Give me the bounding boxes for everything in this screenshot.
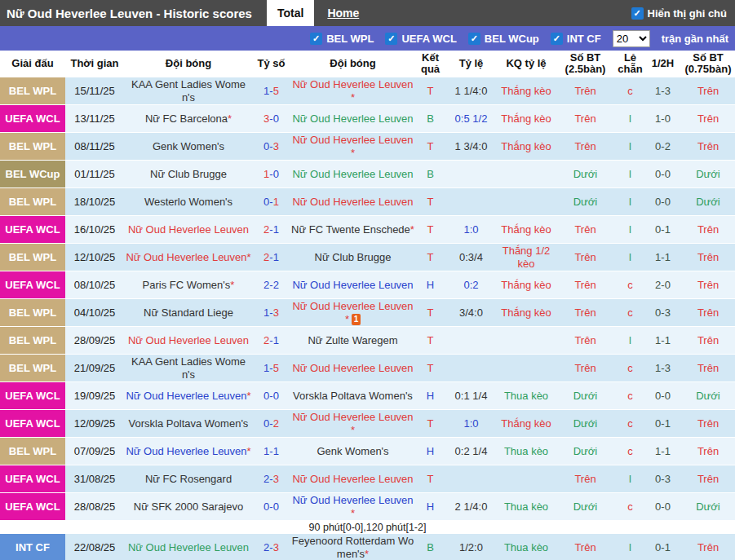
away-team: Nữ Oud Heverlee Leuven <box>290 362 416 375</box>
league-badge: UEFA WCL <box>0 465 65 492</box>
team-name: Nữ Oud Heverlee Leuven <box>128 223 249 236</box>
league-badge: UEFA WCL <box>0 410 65 437</box>
checkbox-check-icon[interactable]: ✓ <box>631 7 644 20</box>
tab-home[interactable]: Home <box>322 0 364 26</box>
match-date: 07/09/25 <box>65 445 124 458</box>
table-row[interactable]: BEL WPL15/11/25KAA Gent Ladies Women's1-… <box>0 77 735 105</box>
match-date: 18/10/25 <box>65 196 124 209</box>
half-time-score: 0-0 <box>644 196 681 209</box>
table-row[interactable]: BEL WPL28/09/25Nữ Oud Heverlee Leuven2-1… <box>0 327 735 355</box>
score: 1-5 <box>253 85 290 98</box>
checkbox-check-icon[interactable]: ✓ <box>385 33 397 45</box>
league-badge: BEL WPL <box>0 188 65 215</box>
result-letter: H <box>416 390 445 403</box>
table-row[interactable]: BEL WPL04/10/25Nữ Standard Liege1-3Nữ Ou… <box>0 299 735 327</box>
league-filter-int-cf[interactable]: ✓ INT CF <box>551 33 601 45</box>
checkbox-check-icon[interactable]: ✓ <box>551 33 563 45</box>
league-badge: BEL WPL <box>0 244 65 271</box>
team-name: Nữ Oud Heverlee Leuven <box>292 494 413 506</box>
league-badge: BEL WPL <box>0 438 65 465</box>
red-card-badge: 1 <box>352 314 361 325</box>
away-team: Nữ Oud Heverlee Leuven* <box>290 134 416 159</box>
score: 0-1 <box>253 196 290 209</box>
league-filter-label: BEL WPL <box>326 33 374 45</box>
checkbox-check-icon[interactable]: ✓ <box>310 33 322 45</box>
result-letter: H <box>416 279 445 292</box>
table-row[interactable]: UEFA WCL19/09/25Nữ Oud Heverlee Leuven*0… <box>0 382 735 410</box>
half-time-score: 0-3 <box>644 306 681 320</box>
show-notes-toggle[interactable]: ✓ Hiển thị ghi chú <box>631 7 735 20</box>
table-row[interactable]: UEFA WCL16/10/25Nữ Oud Heverlee Leuven2-… <box>0 216 735 244</box>
away-score: 3 <box>273 541 279 553</box>
match-date: 31/08/25 <box>65 473 124 486</box>
star-marker: * <box>345 313 349 325</box>
league-badge: BEL WPL <box>0 299 65 326</box>
star-marker: * <box>351 424 355 436</box>
away-team: Nữ Oud Heverlee Leuven* <box>290 411 416 436</box>
over-under-075: Trên <box>681 112 735 126</box>
match-date: 12/10/25 <box>65 251 124 264</box>
league-filter-bel-wpl[interactable]: ✓ BEL WPL <box>310 33 374 45</box>
column-header: Lẻ chẵn <box>616 52 644 76</box>
league-badge: BEL WPL <box>0 327 65 354</box>
checkbox-check-icon[interactable]: ✓ <box>468 33 480 45</box>
column-header: Số BT (2.5bàn) <box>555 52 616 76</box>
odd-even: c <box>616 306 644 320</box>
table-row[interactable]: BEL WPL07/09/25Nữ Oud Heverlee Leuven*1-… <box>0 438 735 465</box>
league-badge: UEFA WCL <box>0 493 65 520</box>
tab-total[interactable]: Total <box>267 0 314 26</box>
match-date: 01/11/25 <box>65 168 124 181</box>
away-score: 0 <box>273 112 279 125</box>
score: 2-1 <box>253 251 290 264</box>
table-row[interactable]: BEL WCup01/11/25Nữ Club Brugge1-0Nữ Oud … <box>0 161 735 188</box>
handicap-result: Thắng kèo <box>498 417 555 430</box>
over-under-25: Trên <box>555 112 616 126</box>
team-name: Nữ Oud Heverlee Leuven <box>292 168 413 180</box>
odd-even: c <box>616 279 644 292</box>
team-name: Nữ Oud Heverlee Leuven <box>292 196 413 208</box>
over-under-075: Dưới <box>681 168 735 181</box>
handicap-result: Thắng 1/2 kèo <box>498 245 555 270</box>
score: 2-1 <box>253 223 290 236</box>
star-marker: * <box>247 390 251 402</box>
league-filter-bel-wcup[interactable]: ✓ BEL WCup <box>468 33 539 45</box>
league-filter-uefa-wcl[interactable]: ✓ UEFA WCL <box>385 33 456 45</box>
table-row[interactable]: BEL WPL21/09/25KAA Gent Ladies Women's1-… <box>0 355 735 382</box>
over-under-25: Trên <box>555 251 616 264</box>
home-team: Nữ Oud Heverlee Leuven* <box>124 390 253 403</box>
table-row[interactable]: UEFA WCL12/09/25Vorskla Poltava Women's0… <box>0 410 735 438</box>
over-under-25: Trên <box>555 362 616 375</box>
table-header: Giải đấu Thời gian Đội bóng Tỷ số Đội bó… <box>0 51 735 77</box>
column-header: Tỷ lệ <box>445 58 498 69</box>
table-row[interactable]: UEFA WCL08/10/25Paris FC Women's*2-2Nữ O… <box>0 271 735 299</box>
away-score: 1 <box>273 196 279 208</box>
table-row[interactable]: INT CF22/08/25Nữ Oud Heverlee Leuven2-3F… <box>0 534 735 560</box>
half-time-score: 1-3 <box>644 85 681 98</box>
result-letter: H <box>416 445 445 458</box>
result-letter: T <box>416 362 445 375</box>
over-under-075: Trên <box>681 251 735 264</box>
home-team: Nữ Oud Heverlee Leuven <box>124 541 253 554</box>
away-team: Nữ Oud Heverlee Leuven*1 <box>290 300 416 325</box>
column-header: Số BT (0.75bàn) <box>681 52 735 76</box>
match-date: 13/11/25 <box>65 112 124 126</box>
handicap-odds: 1/2:0 <box>445 541 498 554</box>
result-letter: B <box>416 168 445 181</box>
table-row[interactable]: UEFA WCL13/11/25Nữ FC Barcelona*3-0Nữ Ou… <box>0 105 735 133</box>
recent-count-select[interactable]: 20 <box>613 30 650 47</box>
team-name: Nữ Oud Heverlee Leuven <box>292 134 413 146</box>
away-score: 1 <box>273 223 279 236</box>
away-score: 3 <box>273 140 279 152</box>
table-row[interactable]: UEFA WCL31/08/25Nữ FC Rosengard2-3Nữ Oud… <box>0 465 735 493</box>
team-name: Vorskla Poltava Women's <box>293 390 413 402</box>
table-row[interactable]: BEL WPL18/10/25Westerlo Women's0-1Nữ Oud… <box>0 188 735 216</box>
table-row[interactable]: UEFA WCL28/08/25Nữ SFK 2000 Sarajevo0-0N… <box>0 493 735 521</box>
star-marker: * <box>247 445 251 457</box>
result-letter: T <box>416 417 445 430</box>
table-row[interactable]: BEL WPL12/10/25Nữ Oud Heverlee Leuven*2-… <box>0 244 735 271</box>
away-score: 3 <box>273 306 279 319</box>
score: 0-3 <box>253 140 290 153</box>
league-badge: UEFA WCL <box>0 105 65 132</box>
away-team: Nữ Club Brugge <box>290 251 416 264</box>
table-row[interactable]: BEL WPL08/11/25Genk Women's0-3Nữ Oud Hev… <box>0 133 735 161</box>
